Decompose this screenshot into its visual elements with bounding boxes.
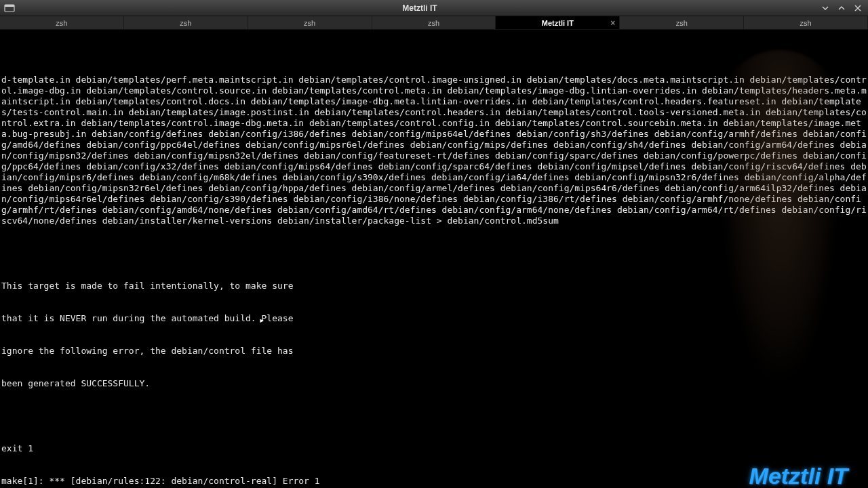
tab-label: Metztli IT [542, 19, 574, 27]
tab-label: zsh [180, 19, 191, 27]
window-title: Metztli IT [20, 3, 819, 13]
terminal-output: been generated SUCCESSFULLY. [1, 378, 867, 389]
terminal[interactable]: d-template.in debian/templates/perf.meta… [0, 30, 868, 488]
terminal-output: ignore the following error, the debian/c… [1, 346, 867, 357]
terminal-output: d-template.in debian/templates/perf.meta… [1, 75, 867, 226]
tab-zsh[interactable]: zsh [248, 16, 372, 29]
tab-label: zsh [800, 19, 812, 27]
terminal-output: make[1]: *** [debian/rules:122: debian/c… [1, 476, 867, 487]
terminal-output [1, 411, 867, 422]
minimize-button[interactable] [819, 3, 831, 13]
window-titlebar: Metztli IT [0, 0, 868, 16]
tab-zsh[interactable]: zsh [372, 16, 496, 29]
tab-label: zsh [676, 19, 688, 27]
window-controls [819, 3, 864, 13]
tab-zsh[interactable]: zsh [124, 16, 248, 29]
terminal-output: This target is made to fail intentionall… [1, 281, 867, 291]
tab-zsh[interactable]: zsh [0, 16, 124, 29]
terminal-output: that it is NEVER run during the automate… [1, 313, 867, 324]
tab-zsh[interactable]: zsh [744, 16, 868, 29]
maximize-button[interactable] [835, 3, 848, 13]
svg-rect-1 [5, 5, 14, 7]
tab-label: zsh [304, 19, 315, 27]
terminal-output [1, 248, 867, 259]
tab-zsh[interactable]: zsh [620, 16, 744, 29]
close-button[interactable] [852, 3, 864, 13]
tab-label: zsh [56, 19, 67, 27]
app-icon [4, 3, 15, 14]
tab-close-icon[interactable]: × [610, 18, 615, 28]
tab-metztli-it[interactable]: Metztli IT × [496, 16, 620, 29]
tab-bar: zsh zsh zsh zsh Metztli IT × zsh zsh [0, 16, 868, 30]
terminal-output: exit 1 [1, 443, 867, 454]
tab-label: zsh [428, 19, 439, 27]
